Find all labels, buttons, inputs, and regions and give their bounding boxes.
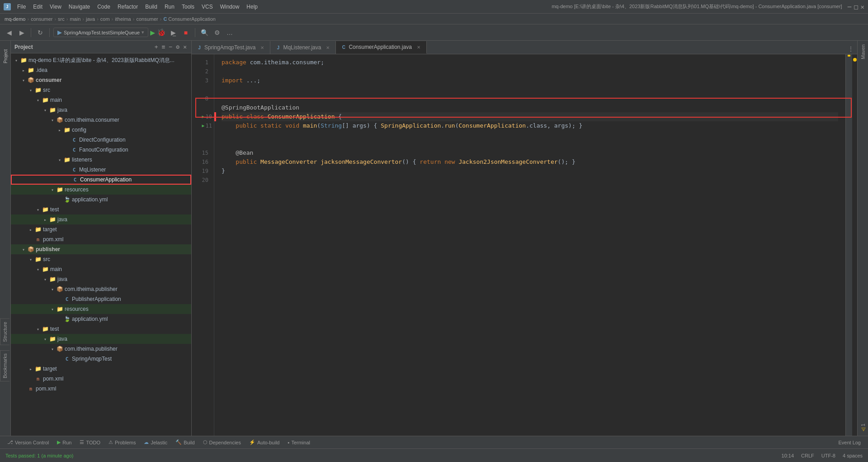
tab-close-spring-amqp[interactable]: ✕ [259, 45, 265, 51]
tab-mq-listener[interactable]: J MqListener.java ✕ [270, 41, 336, 54]
breadcrumb-item[interactable]: com [100, 16, 110, 22]
run-gutter-11[interactable]: ▶ [202, 121, 205, 130]
panel-icon-collapse[interactable]: − [168, 43, 174, 51]
build-button[interactable]: 🔨 Build [172, 438, 198, 446]
run-tool-button[interactable]: ▶ Run [53, 438, 75, 446]
tree-item-publisher-java[interactable]: ▾ 📁 java [11, 274, 191, 284]
coverage-button[interactable]: ▶̲ [168, 27, 179, 38]
breadcrumb-item[interactable]: C ConsumerApplication [163, 16, 216, 22]
tree-item-publisher-test-package[interactable]: ▾ 📦 com.itheima.publisher [11, 344, 191, 354]
maven-panel-tab[interactable]: Maven [859, 43, 867, 61]
panel-icon-expand[interactable]: ≡ [161, 43, 166, 51]
tree-item-publisher-test-java[interactable]: ▾ 📁 java [11, 334, 191, 344]
todo-button[interactable]: ☰ TODO [76, 438, 104, 446]
tree-item-spring-amqp-test[interactable]: ▸ C SpringAmqpTest [11, 354, 191, 364]
notifications-panel-tab[interactable]: ⚠1 [859, 422, 867, 434]
status-encoding[interactable]: UTF-8 [821, 453, 835, 458]
tree-item-publisher-resources[interactable]: ▾ 📁 resources [11, 304, 191, 314]
tree-item-consumer-test[interactable]: ▾ 📁 test [11, 205, 191, 214]
tree-item-consumer-src[interactable]: ▾ 📁 src [11, 85, 191, 95]
breadcrumb-item[interactable]: mq-demo [5, 16, 25, 22]
tree-item-direct-config[interactable]: ▸ C DirectConfiguration [11, 135, 191, 145]
breadcrumb-item[interactable]: consumer [136, 16, 158, 22]
tree-item-mqlistener[interactable]: ▸ C MqListener [11, 165, 191, 175]
menu-run[interactable]: Run [161, 3, 178, 11]
run-button[interactable]: ▶ [150, 28, 155, 37]
toolbar-back[interactable]: ◀ [4, 27, 14, 38]
tab-close-consumer-app[interactable]: ✕ [415, 44, 422, 50]
tab-spring-amqp-test[interactable]: J SpringAmqpTest.java ✕ [192, 41, 270, 54]
tree-item-publisher[interactable]: ▾ 📦 publisher [11, 244, 191, 254]
debug-button[interactable]: 🐞 [157, 28, 166, 37]
auto-build-button[interactable]: ⚡ Auto-build [245, 438, 283, 446]
tree-item-fanout-config[interactable]: ▸ C FanoutConfiguration [11, 145, 191, 155]
tree-item-consumer-yml[interactable]: ▸ 🍃 application.yml [11, 195, 191, 205]
tree-item-root-pom[interactable]: ▸ m pom.xml [11, 384, 191, 394]
event-log-button[interactable]: Event Log [835, 439, 864, 446]
breadcrumb-item[interactable]: itheima [115, 16, 131, 22]
menu-vcs[interactable]: VCS [198, 3, 217, 11]
menu-code[interactable]: Code [94, 3, 114, 11]
menu-view[interactable]: View [46, 3, 65, 11]
menu-tools[interactable]: Tools [178, 3, 198, 11]
tree-item-publisher-target[interactable]: ▸ 📁 target [11, 364, 191, 374]
tree-item-publisher-main[interactable]: ▾ 📁 main [11, 264, 191, 274]
status-indent[interactable]: 4 spaces [843, 453, 863, 458]
tree-item-consumer[interactable]: ▾ 📦 consumer [11, 75, 191, 85]
breadcrumb-item[interactable]: java [86, 16, 95, 22]
tree-item-publisher-app[interactable]: ▸ C PublisherApplication [11, 294, 191, 304]
panel-icon-settings[interactable]: ⚙ [175, 43, 180, 51]
tree-item-consumer-target[interactable]: ▸ 📁 target [11, 224, 191, 234]
settings-button[interactable]: ⚙ [212, 27, 222, 38]
bookmarks-panel-tab[interactable]: Bookmarks [0, 350, 9, 381]
tree-item-publisher-yml[interactable]: ▸ 🍃 application.yml [11, 314, 191, 324]
problems-button[interactable]: ⚠ Problems [105, 438, 139, 446]
run-configuration[interactable]: ▶ SpringAmqpTest.testSimpleQueue ▾ [53, 28, 148, 37]
terminal-button[interactable]: ▪ Terminal [284, 439, 314, 446]
tree-item-publisher-package[interactable]: ▾ 📦 com.itheima.publisher [11, 284, 191, 294]
version-control-button[interactable]: ⎇ Version Control [4, 438, 52, 446]
code-editor[interactable]: package com.itheima.consumer; import ...… [214, 54, 845, 436]
menu-file[interactable]: File [14, 3, 29, 11]
menu-refactor[interactable]: Refactor [114, 3, 142, 11]
menu-navigate[interactable]: Navigate [65, 3, 94, 11]
tree-item-idea[interactable]: ▸ 📁 .idea [11, 65, 191, 75]
tree-item-listeners[interactable]: ▾ 📁 listeners [11, 155, 191, 165]
search-button[interactable]: 🔍 [199, 27, 210, 38]
breadcrumb-item[interactable]: src [58, 16, 65, 22]
stop-button[interactable]: ■ [180, 27, 191, 38]
menu-help[interactable]: Help [243, 3, 261, 11]
tree-item-consumer-main[interactable]: ▾ 📁 main [11, 95, 191, 105]
minimize-button[interactable]: ─ [848, 3, 851, 10]
toolbar-sync[interactable]: ↻ [35, 27, 46, 38]
status-crlf[interactable]: CRLF [801, 453, 814, 458]
run-gutter-10[interactable]: ▶ [202, 112, 205, 121]
tree-item-mq-demo[interactable]: ▾ 📁 mq-demo E:\讲的桌面\bite - 杂\4、2023新版Rab… [11, 55, 191, 65]
breadcrumb-item[interactable]: main [70, 16, 80, 22]
more-button[interactable]: … [224, 27, 235, 38]
tree-item-consumer-java[interactable]: ▾ 📁 java [11, 105, 191, 115]
tree-item-config[interactable]: ▸ 📁 config [11, 125, 191, 135]
toolbar-forward[interactable]: ▶ [16, 27, 27, 38]
structure-panel-tab[interactable]: Structure [0, 319, 9, 345]
panel-icon-close[interactable]: ✕ [182, 43, 188, 51]
jelastic-button[interactable]: ☁ Jelastic [140, 438, 171, 446]
scroll-gutter[interactable] [845, 54, 852, 436]
activity-project[interactable]: Project [1, 43, 10, 70]
maximize-button[interactable]: □ [854, 3, 858, 10]
dependencies-button[interactable]: ⬡ Dependencies [199, 438, 245, 446]
tree-item-consumer-app[interactable]: ▸ C ConsumerApplication [11, 175, 191, 185]
tree-item-consumer-test-java[interactable]: ▸ 📁 java [11, 214, 191, 224]
tab-more-button[interactable]: ⋮ [844, 44, 857, 54]
breadcrumb-item[interactable]: consumer [31, 16, 52, 22]
tree-item-publisher-test[interactable]: ▾ 📁 test [11, 324, 191, 334]
tree-item-publisher-src[interactable]: ▾ 📁 src [11, 254, 191, 264]
menu-build[interactable]: Build [142, 3, 161, 11]
menu-window[interactable]: Window [217, 3, 243, 11]
tree-item-consumer-resources[interactable]: ▾ 📁 resources [11, 185, 191, 195]
tab-consumer-app[interactable]: C ConsumerApplication.java ✕ [336, 41, 426, 54]
tree-item-consumer-pom[interactable]: ▸ m pom.xml [11, 234, 191, 244]
panel-icon-add[interactable]: + [154, 43, 159, 51]
tree-item-publisher-pom[interactable]: ▸ m pom.xml [11, 374, 191, 384]
close-button[interactable]: ✕ [861, 3, 864, 10]
